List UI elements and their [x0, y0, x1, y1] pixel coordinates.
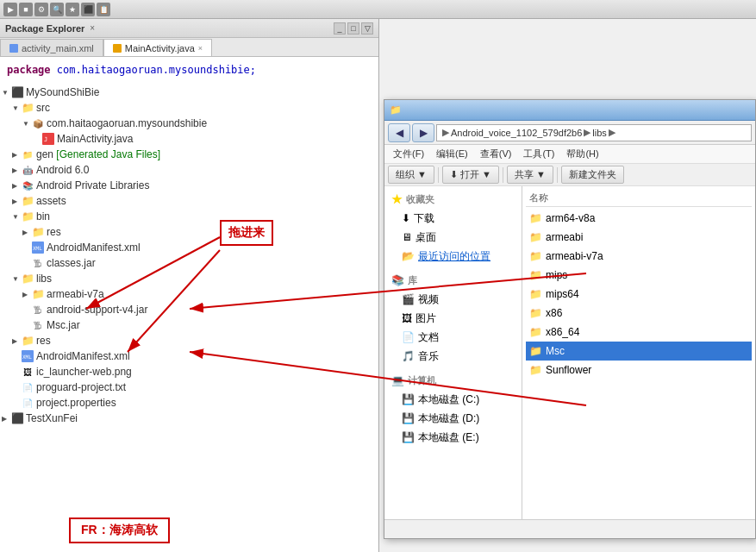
drive-d-icon: 💾	[402, 412, 415, 424]
toolbar-icon-1[interactable]: ▶	[3, 3, 17, 16]
drive-c-icon: 💾	[402, 393, 415, 405]
tree-arrow: ▶	[2, 415, 10, 423]
panel-minimize-btn[interactable]: _	[334, 22, 346, 34]
fb-menu-edit[interactable]: 编辑(E)	[431, 146, 473, 162]
code-package: com.haitaogaoruan.mysoundshibie;	[57, 64, 256, 76]
toolbar-icon-2[interactable]: ■	[19, 3, 33, 16]
folder-icon: 📁	[21, 101, 34, 115]
fb-new-folder-btn[interactable]: 新建文件夹	[561, 166, 624, 184]
fb-item-x86-64[interactable]: 📁 x86_64	[526, 323, 752, 342]
fb-content: ★ 收藏夹 ⬇ 下载 🖥 桌面 📂 最近访问的位置 📚 库 🎬	[384, 186, 755, 519]
toolbar-icons: ▶ ■ ⚙ 🔍 ★ ⬛ 📋	[3, 3, 110, 16]
project-name: MySoundShiBie	[26, 86, 99, 98]
fb-item-x86[interactable]: 📁 x86	[526, 304, 752, 323]
tree-gen[interactable]: ▶ 📁 gen [Generated Java Files]	[0, 147, 378, 162]
tree-msc-jar-label: Msc.jar	[47, 319, 80, 331]
panel-maximize-btn[interactable]: □	[347, 22, 359, 34]
tree-project-props[interactable]: 📄 project.properties	[0, 395, 378, 411]
fb-menu-tools[interactable]: 工具(T)	[518, 146, 559, 162]
fb-drive-c[interactable]: 💾 本地磁盘 (C:)	[384, 390, 522, 409]
svg-text:XML: XML	[33, 245, 42, 251]
tree-res[interactable]: ▶ 📁 res	[0, 333, 378, 348]
fb-organize-btn[interactable]: 组织 ▼	[388, 166, 434, 184]
recent-icon: 📂	[402, 250, 415, 262]
fb-drive-d[interactable]: 💾 本地磁盘 (D:)	[384, 409, 522, 428]
fb-item-sunflower[interactable]: 📁 Sunflower	[526, 361, 752, 380]
downloads-label: 下载	[414, 211, 434, 226]
fb-open-btn[interactable]: ⬇ 打开 ▼	[442, 166, 499, 184]
svg-text:J: J	[44, 136, 47, 143]
fb-forward-btn[interactable]: ▶	[412, 123, 434, 142]
fb-documents[interactable]: 📄 文档	[384, 328, 522, 347]
fb-desktop[interactable]: 🖥 桌面	[384, 228, 522, 247]
fb-item-arm64-v8a[interactable]: 📁 arm64-v8a	[526, 209, 752, 228]
tree-mainactivity[interactable]: J MainActivity.java	[0, 131, 378, 147]
tree-bin-manifest[interactable]: XML AndroidManifest.xml	[0, 240, 378, 255]
fb-address-box[interactable]: ▶ Android_voice_1102_579df2b6 ▶ libs ▶	[436, 124, 752, 141]
fb-videos[interactable]: 🎬 视频	[384, 290, 522, 309]
fb-item-msc-label: Msc	[546, 345, 565, 357]
toolbar-icon-6[interactable]: ⬛	[81, 3, 95, 16]
tree-bin[interactable]: ▼ 📁 bin	[0, 209, 378, 224]
tree-package[interactable]: ▼ 📦 com.haitaogaoruan.mysoundshibie	[0, 116, 378, 131]
fb-item-mips64[interactable]: 📁 mips64	[526, 285, 752, 304]
tree-testxunfei[interactable]: ▶ ⬛ TestXunFei	[0, 411, 378, 426]
star-icon: ★	[391, 192, 403, 206]
folder-mips-icon: 📁	[529, 269, 542, 281]
tree-assets[interactable]: ▶ 📁 assets	[0, 193, 378, 209]
fb-downloads[interactable]: ⬇ 下载	[384, 209, 522, 228]
tree-project-root[interactable]: ▼ ⬛ MySoundShiBie	[0, 85, 378, 100]
fb-item-armeabi[interactable]: 📁 armeabi	[526, 228, 752, 247]
res-icon: 📁	[31, 225, 45, 239]
tree-bin-res[interactable]: ▶ 📁 res	[0, 224, 378, 240]
tree-msc-jar[interactable]: 🗜 Msc.jar	[0, 317, 378, 333]
tree-classes-jar[interactable]: 🗜 classes.jar	[0, 255, 378, 271]
toolbar-icon-5[interactable]: ★	[66, 3, 79, 16]
toolbar-icon-4[interactable]: 🔍	[50, 3, 64, 16]
fb-titlebar: 📁	[384, 100, 755, 121]
fb-item-arm64-label: arm64-v8a	[546, 212, 595, 224]
panel-view-btn[interactable]: ▽	[361, 22, 373, 34]
documents-label: 文档	[418, 330, 439, 345]
tree-bin-res-label: res	[47, 226, 61, 238]
tree-android60[interactable]: ▶ 🤖 Android 6.0	[0, 162, 378, 178]
tree-libs[interactable]: ▼ 📁 libs	[0, 271, 378, 286]
fb-menu-help[interactable]: 帮助(H)	[561, 146, 603, 162]
tree-armeabi[interactable]: ▶ 📁 armeabi-v7a	[0, 286, 378, 302]
tree-manifest[interactable]: XML AndroidManifest.xml	[0, 348, 378, 364]
tree-private-libs[interactable]: ▶ 📚 Android Private Libraries	[0, 178, 378, 193]
tree-proguard[interactable]: 📄 proguard-project.txt	[0, 380, 378, 395]
fb-drive-e[interactable]: 💾 本地磁盘 (E:)	[384, 428, 522, 447]
code-keyword: package	[7, 64, 51, 76]
toolbar-icon-3[interactable]: ⚙	[34, 3, 48, 16]
toolbar-icon-7[interactable]: 📋	[97, 3, 110, 16]
fb-item-mips[interactable]: 📁 mips	[526, 266, 752, 285]
fb-music[interactable]: 🎵 音乐	[384, 347, 522, 366]
tab-close-icon[interactable]: ×	[198, 44, 203, 53]
fb-pictures[interactable]: 🖼 图片	[384, 309, 522, 328]
fb-item-armeabi-v7a[interactable]: 📁 armeabi-v7a	[526, 247, 752, 266]
fb-menubar: 文件(F) 编辑(E) 查看(V) 工具(T) 帮助(H)	[384, 145, 755, 164]
fb-share-btn[interactable]: 共享 ▼	[507, 166, 553, 184]
tab-mainactivity-java[interactable]: MainActivity.java ×	[103, 39, 212, 56]
fb-path-part1: Android_voice_1102_579df2b6	[451, 128, 582, 138]
tree-arrow: ▶	[12, 166, 21, 174]
tree-support-jar[interactable]: 🗜 android-support-v4.jar	[0, 302, 378, 317]
fb-favorites-header: ★ 收藏夹	[384, 190, 522, 209]
tree-src[interactable]: ▼ 📁 src	[0, 100, 378, 116]
fb-path-part2: libs	[592, 128, 607, 138]
tree-view[interactable]: ▼ ⬛ MySoundShiBie ▼ 📁 src ▼ 📦 com.haitao…	[0, 83, 378, 552]
tab-activity-xml[interactable]: activity_main.xml	[0, 39, 103, 56]
fb-toolbar-divider	[438, 167, 439, 183]
fb-item-x86-label: x86	[546, 307, 562, 319]
fb-item-msc[interactable]: 📁 Msc	[526, 342, 752, 361]
fb-menu-view[interactable]: 查看(V)	[475, 146, 517, 162]
fb-recent[interactable]: 📂 最近访问的位置	[384, 247, 522, 266]
tree-launcher-png[interactable]: 🖼 ic_launcher-web.png	[0, 364, 378, 380]
fb-menu-file[interactable]: 文件(F)	[388, 146, 429, 162]
fb-back-btn[interactable]: ◀	[388, 123, 410, 142]
fb-column-header: 名称	[526, 190, 752, 207]
tree-manifest-label: AndroidManifest.xml	[36, 350, 130, 362]
panel-close-icon[interactable]: ×	[90, 23, 95, 33]
fb-addressbar[interactable]: ◀ ▶ ▶ Android_voice_1102_579df2b6 ▶ libs…	[384, 121, 755, 145]
